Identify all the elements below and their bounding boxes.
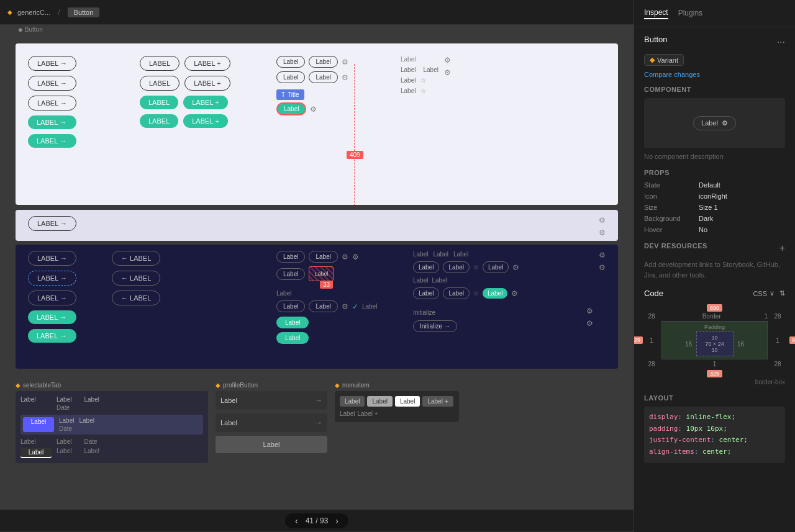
menu-btn-2[interactable]: Label bbox=[367, 396, 392, 407]
btn-mid-1[interactable]: LABEL → bbox=[28, 216, 76, 231]
profile-btn-label-2: Label bbox=[220, 419, 237, 426]
btn-dark-col4-5[interactable]: Label bbox=[443, 287, 469, 299]
padding-label: Padding bbox=[665, 324, 765, 330]
canvas-area: ◆ genericC... / Button ◆ Button LABEL → … bbox=[0, 0, 634, 532]
menu-btn-1[interactable]: Label bbox=[340, 396, 365, 407]
btn-label-green-1[interactable]: LABEL → bbox=[28, 115, 76, 129]
pagination-prev[interactable]: ‹ bbox=[293, 516, 301, 526]
profile-btn-1[interactable]: Label → bbox=[216, 391, 327, 410]
menu-btn-4[interactable]: Label + bbox=[422, 396, 453, 407]
btn-label-plus-2[interactable]: LABEL + bbox=[184, 76, 230, 91]
btn-small-2[interactable]: Label bbox=[309, 56, 337, 68]
pagination-next[interactable]: › bbox=[333, 516, 341, 526]
gear-icon-4[interactable]: ⚙ bbox=[444, 56, 451, 65]
btn-dark-3[interactable]: LABEL → bbox=[28, 291, 76, 305]
btn-dark-col4-4[interactable]: Label bbox=[413, 287, 439, 299]
btn-label-arrow-3[interactable]: LABEL → bbox=[28, 96, 76, 110]
btn-label-plus-green-2[interactable]: LABEL + bbox=[183, 114, 227, 128]
dev-resources-section: Dev resources + Add development links to… bbox=[644, 242, 785, 280]
btn-dark-col4-green[interactable]: Label bbox=[483, 288, 507, 299]
three-dot-menu[interactable]: ··· bbox=[777, 37, 785, 48]
prop-state: State Default bbox=[644, 181, 785, 189]
btn-dark-sm-6[interactable]: Label bbox=[309, 300, 337, 312]
btn-back-3[interactable]: ← LABEL bbox=[112, 291, 160, 305]
gear-icon-dark-right-3[interactable]: ⚙ bbox=[586, 307, 593, 315]
btn-small-3[interactable]: Label bbox=[276, 71, 305, 83]
btn-label-plus-1[interactable]: LABEL + bbox=[184, 56, 230, 71]
gear-icon-2[interactable]: ⚙ bbox=[342, 73, 348, 82]
btn-dark-sm-3[interactable]: Label bbox=[276, 268, 305, 280]
col4-label4: Label bbox=[401, 88, 416, 94]
menu-btn-3[interactable]: Label bbox=[395, 396, 420, 407]
star-icon-2[interactable]: ☆ bbox=[420, 88, 426, 94]
gear-icon-5[interactable]: ⚙ bbox=[444, 68, 451, 77]
btn-label-c2-green-1[interactable]: LABEL bbox=[140, 96, 178, 109]
menu-item-panel: ◆ menuitem Label Label Label Label + Lab… bbox=[335, 382, 459, 463]
btn-dark-sm-5[interactable]: Label bbox=[276, 300, 305, 312]
btn-green-bottom-1[interactable]: Label bbox=[276, 317, 309, 328]
btn-dark-col4-2[interactable]: Label bbox=[443, 261, 469, 273]
tab-row2-date: Date bbox=[59, 425, 72, 432]
btn-dark-col4-3[interactable]: Label bbox=[483, 261, 509, 273]
btn-dark-green-2[interactable]: LABEL → bbox=[28, 329, 76, 343]
star-icon-1[interactable]: ☆ bbox=[420, 77, 426, 84]
btn-dark-1[interactable]: LABEL → bbox=[28, 251, 76, 266]
tab-active[interactable]: Label bbox=[20, 448, 52, 458]
btn-dark-sm-2[interactable]: Label bbox=[309, 251, 337, 263]
box-model-container: 690 28 Border 1 28 1229 1 Padding bbox=[644, 303, 785, 385]
button-section-light: LABEL → LABEL → LABEL → LABEL → LABEL → … bbox=[16, 43, 618, 205]
gear-icon-dark-right-4[interactable]: ⚙ bbox=[586, 319, 593, 328]
dark-col4-l3: Label bbox=[453, 251, 468, 258]
star-icon-dark-1[interactable]: ☆ bbox=[473, 264, 479, 271]
gear-icon-mid-2[interactable]: ⚙ bbox=[599, 228, 606, 237]
btn-back-2[interactable]: ← LABEL bbox=[112, 271, 160, 286]
gear-icon-1[interactable]: ⚙ bbox=[342, 58, 348, 66]
btn-label-arrow-2[interactable]: LABEL → bbox=[28, 76, 76, 91]
btn-label-c2-2[interactable]: LABEL bbox=[140, 76, 179, 91]
selectable-tab-panel: ◆ selectableTab Label Label Label bbox=[16, 382, 208, 463]
col4-label3: Label bbox=[401, 77, 416, 84]
gear-icon-dark-right-2[interactable]: ⚙ bbox=[599, 263, 606, 272]
tab-bar: ‹ 41 / 93 › bbox=[0, 510, 634, 532]
gear-icon-mid-1[interactable]: ⚙ bbox=[599, 216, 606, 225]
btn-dark-green-1[interactable]: LABEL → bbox=[28, 310, 76, 324]
btn-back-1[interactable]: ← LABEL bbox=[112, 251, 160, 266]
btn-label-green-2[interactable]: LABEL → bbox=[28, 134, 76, 148]
btn-dark-sm-1[interactable]: Label bbox=[276, 251, 305, 263]
gear-icon-dark-3[interactable]: ⚙ bbox=[342, 302, 348, 311]
css-dropdown[interactable]: CSS ∨ ⇅ bbox=[753, 289, 785, 297]
btn-selected-green[interactable]: Label bbox=[276, 102, 306, 115]
gear-icon-dark-5[interactable]: ⚙ bbox=[511, 289, 518, 298]
gear-icon-3[interactable]: ⚙ bbox=[310, 105, 317, 114]
tab-selected[interactable]: Label bbox=[23, 417, 54, 432]
compare-changes-link[interactable]: Compare changes bbox=[644, 71, 785, 78]
tab-inspect[interactable]: Inspect bbox=[644, 8, 668, 19]
gear-icon-dark-right-1[interactable]: ⚙ bbox=[599, 251, 606, 259]
btn-label-c2-1[interactable]: LABEL bbox=[140, 56, 179, 71]
profile-btn-label-3: Label bbox=[263, 441, 280, 448]
canvas-content[interactable]: ◆ Button LABEL → LABEL → LABEL → LABEL →… bbox=[0, 25, 634, 510]
dev-resources-desc: Add development links to Storybook, GitH… bbox=[644, 259, 785, 280]
tab-label-1: Label bbox=[20, 396, 52, 411]
btn-small-1[interactable]: Label bbox=[276, 56, 305, 68]
btn-small-4[interactable]: Label bbox=[309, 71, 337, 83]
tab-plugins[interactable]: Plugins bbox=[678, 9, 702, 19]
btn-green-bottom-2[interactable]: Label bbox=[276, 332, 309, 344]
star-icon-dark-2[interactable]: ☆ bbox=[473, 290, 479, 297]
btn-label-arrow-1[interactable]: LABEL → bbox=[28, 56, 76, 71]
btn-label-c2-green-2[interactable]: LABEL bbox=[140, 114, 178, 128]
props-section: Props State Default Icon iconRight Size … bbox=[644, 169, 785, 233]
gear-icon-dark-2[interactable]: ⚙ bbox=[352, 253, 359, 261]
add-dev-resource-btn[interactable]: + bbox=[779, 243, 785, 254]
btn-dark-selected[interactable]: LABEL → bbox=[28, 271, 76, 286]
gear-icon-dark-4[interactable]: ⚙ bbox=[512, 263, 519, 272]
btn-dark-col4-1[interactable]: Label bbox=[413, 261, 439, 273]
right-panel-content: Button ··· ◆ Variant Compare changes Com… bbox=[634, 27, 795, 532]
btn-label-plus-green-1[interactable]: LABEL + bbox=[183, 96, 227, 109]
gear-icon-dark-1[interactable]: ⚙ bbox=[342, 253, 348, 261]
profile-btn-3[interactable]: Label bbox=[216, 436, 327, 453]
variant-tag[interactable]: ◆ Variant bbox=[644, 54, 684, 66]
pagination-current: 41 / 93 bbox=[306, 516, 329, 525]
btn-initialize-1[interactable]: Initialize → bbox=[413, 320, 457, 332]
profile-btn-2[interactable]: Label → bbox=[216, 413, 327, 432]
